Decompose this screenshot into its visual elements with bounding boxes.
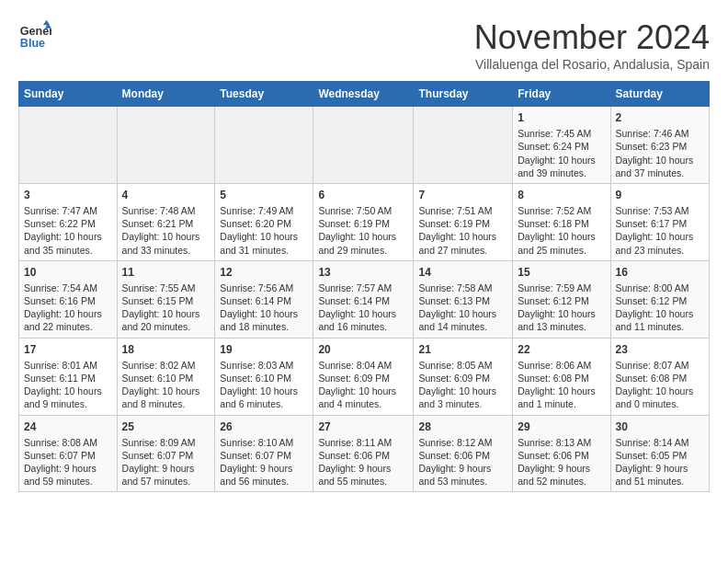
calendar-body: 1Sunrise: 7:45 AM Sunset: 6:24 PM Daylig…	[19, 107, 710, 492]
calendar-cell: 25Sunrise: 8:09 AM Sunset: 6:07 PM Dayli…	[117, 415, 215, 492]
cell-details: Sunrise: 8:03 AM Sunset: 6:10 PM Dayligh…	[220, 359, 308, 411]
day-number: 3	[24, 188, 112, 202]
calendar-week-row: 24Sunrise: 8:08 AM Sunset: 6:07 PM Dayli…	[19, 415, 710, 492]
calendar-cell: 27Sunrise: 8:11 AM Sunset: 6:06 PM Dayli…	[313, 415, 414, 492]
calendar-cell: 15Sunrise: 7:59 AM Sunset: 6:12 PM Dayli…	[513, 260, 610, 338]
cell-details: Sunrise: 8:13 AM Sunset: 6:06 PM Dayligh…	[518, 436, 605, 488]
cell-details: Sunrise: 7:49 AM Sunset: 6:20 PM Dayligh…	[220, 204, 308, 257]
location-subtitle: Villaluenga del Rosario, Andalusia, Spai…	[474, 57, 710, 72]
day-number: 23	[616, 342, 705, 357]
calendar-cell	[19, 107, 118, 184]
cell-details: Sunrise: 8:09 AM Sunset: 6:07 PM Dayligh…	[122, 436, 210, 488]
cell-details: Sunrise: 8:08 AM Sunset: 6:07 PM Dayligh…	[24, 436, 112, 488]
day-number: 10	[24, 265, 112, 280]
cell-details: Sunrise: 7:53 AM Sunset: 6:17 PM Dayligh…	[616, 204, 705, 257]
calendar-cell: 30Sunrise: 8:14 AM Sunset: 6:05 PM Dayli…	[610, 415, 710, 492]
day-number: 17	[24, 342, 112, 357]
cell-details: Sunrise: 8:00 AM Sunset: 6:12 PM Dayligh…	[616, 282, 705, 334]
calendar-cell	[117, 107, 215, 184]
day-number: 8	[518, 188, 605, 202]
day-number: 9	[616, 188, 705, 202]
calendar-cell: 19Sunrise: 8:03 AM Sunset: 6:10 PM Dayli…	[215, 338, 313, 415]
day-number: 28	[418, 419, 507, 434]
calendar-cell: 17Sunrise: 8:01 AM Sunset: 6:11 PM Dayli…	[19, 338, 118, 415]
calendar-cell: 16Sunrise: 8:00 AM Sunset: 6:12 PM Dayli…	[610, 260, 710, 338]
calendar-cell: 12Sunrise: 7:56 AM Sunset: 6:14 PM Dayli…	[215, 260, 313, 338]
cell-details: Sunrise: 8:12 AM Sunset: 6:06 PM Dayligh…	[418, 436, 507, 488]
cell-details: Sunrise: 7:47 AM Sunset: 6:22 PM Dayligh…	[24, 204, 112, 257]
calendar-cell	[313, 107, 414, 184]
calendar-cell: 6Sunrise: 7:50 AM Sunset: 6:19 PM Daylig…	[313, 183, 414, 260]
calendar-cell: 28Sunrise: 8:12 AM Sunset: 6:06 PM Dayli…	[414, 415, 513, 492]
calendar-week-row: 3Sunrise: 7:47 AM Sunset: 6:22 PM Daylig…	[19, 183, 710, 260]
calendar-cell: 29Sunrise: 8:13 AM Sunset: 6:06 PM Dayli…	[513, 415, 610, 492]
day-number: 12	[220, 265, 308, 280]
svg-text:Blue: Blue	[20, 37, 45, 50]
cell-details: Sunrise: 8:07 AM Sunset: 6:08 PM Dayligh…	[616, 359, 705, 411]
logo: General Blue	[18, 18, 51, 52]
cell-details: Sunrise: 7:56 AM Sunset: 6:14 PM Dayligh…	[220, 282, 308, 334]
day-number: 11	[122, 265, 210, 280]
weekday-header-row: SundayMondayTuesdayWednesdayThursdayFrid…	[19, 82, 710, 107]
calendar-cell: 1Sunrise: 7:45 AM Sunset: 6:24 PM Daylig…	[513, 107, 610, 184]
calendar-cell: 2Sunrise: 7:46 AM Sunset: 6:23 PM Daylig…	[610, 107, 710, 184]
day-number: 15	[518, 265, 605, 280]
page-header: General Blue November 2024 Villaluenga d…	[18, 18, 710, 72]
day-number: 25	[122, 419, 210, 434]
calendar-cell: 20Sunrise: 8:04 AM Sunset: 6:09 PM Dayli…	[313, 338, 414, 415]
day-number: 5	[220, 188, 308, 202]
weekday-header-cell: Tuesday	[215, 82, 313, 107]
day-number: 7	[418, 188, 507, 202]
cell-details: Sunrise: 7:48 AM Sunset: 6:21 PM Dayligh…	[122, 204, 210, 257]
calendar-cell: 3Sunrise: 7:47 AM Sunset: 6:22 PM Daylig…	[19, 183, 118, 260]
day-number: 14	[418, 265, 507, 280]
title-section: November 2024 Villaluenga del Rosario, A…	[474, 18, 710, 72]
day-number: 13	[318, 265, 408, 280]
day-number: 19	[220, 342, 308, 357]
cell-details: Sunrise: 8:05 AM Sunset: 6:09 PM Dayligh…	[418, 359, 507, 411]
cell-details: Sunrise: 7:55 AM Sunset: 6:15 PM Dayligh…	[122, 282, 210, 334]
day-number: 21	[418, 342, 507, 357]
day-number: 27	[318, 419, 408, 434]
calendar-cell: 24Sunrise: 8:08 AM Sunset: 6:07 PM Dayli…	[19, 415, 118, 492]
cell-details: Sunrise: 8:14 AM Sunset: 6:05 PM Dayligh…	[616, 436, 705, 488]
day-number: 2	[616, 110, 705, 125]
calendar-cell: 9Sunrise: 7:53 AM Sunset: 6:17 PM Daylig…	[610, 183, 710, 260]
cell-details: Sunrise: 8:11 AM Sunset: 6:06 PM Dayligh…	[318, 436, 408, 488]
calendar-cell: 8Sunrise: 7:52 AM Sunset: 6:18 PM Daylig…	[513, 183, 610, 260]
weekday-header-cell: Friday	[513, 82, 610, 107]
calendar-week-row: 17Sunrise: 8:01 AM Sunset: 6:11 PM Dayli…	[19, 338, 710, 415]
month-title: November 2024	[474, 18, 710, 57]
day-number: 24	[24, 419, 112, 434]
cell-details: Sunrise: 7:45 AM Sunset: 6:24 PM Dayligh…	[518, 127, 605, 179]
cell-details: Sunrise: 8:01 AM Sunset: 6:11 PM Dayligh…	[24, 359, 112, 411]
calendar-cell: 4Sunrise: 7:48 AM Sunset: 6:21 PM Daylig…	[117, 183, 215, 260]
calendar-cell: 23Sunrise: 8:07 AM Sunset: 6:08 PM Dayli…	[610, 338, 710, 415]
cell-details: Sunrise: 7:50 AM Sunset: 6:19 PM Dayligh…	[318, 204, 408, 257]
svg-marker-2	[43, 20, 50, 25]
cell-details: Sunrise: 8:02 AM Sunset: 6:10 PM Dayligh…	[122, 359, 210, 411]
cell-details: Sunrise: 7:54 AM Sunset: 6:16 PM Dayligh…	[24, 282, 112, 334]
cell-details: Sunrise: 7:59 AM Sunset: 6:12 PM Dayligh…	[518, 282, 605, 334]
weekday-header-cell: Wednesday	[313, 82, 414, 107]
calendar-cell: 5Sunrise: 7:49 AM Sunset: 6:20 PM Daylig…	[215, 183, 313, 260]
weekday-header-cell: Thursday	[414, 82, 513, 107]
calendar-cell: 26Sunrise: 8:10 AM Sunset: 6:07 PM Dayli…	[215, 415, 313, 492]
calendar-cell: 22Sunrise: 8:06 AM Sunset: 6:08 PM Dayli…	[513, 338, 610, 415]
weekday-header-cell: Saturday	[610, 82, 710, 107]
cell-details: Sunrise: 7:52 AM Sunset: 6:18 PM Dayligh…	[518, 204, 605, 257]
calendar-cell: 7Sunrise: 7:51 AM Sunset: 6:19 PM Daylig…	[414, 183, 513, 260]
day-number: 16	[616, 265, 705, 280]
day-number: 4	[122, 188, 210, 202]
cell-details: Sunrise: 8:06 AM Sunset: 6:08 PM Dayligh…	[518, 359, 605, 411]
calendar-table: SundayMondayTuesdayWednesdayThursdayFrid…	[18, 81, 710, 492]
calendar-cell: 11Sunrise: 7:55 AM Sunset: 6:15 PM Dayli…	[117, 260, 215, 338]
cell-details: Sunrise: 7:46 AM Sunset: 6:23 PM Dayligh…	[616, 127, 705, 179]
calendar-cell	[215, 107, 313, 184]
weekday-header-cell: Monday	[117, 82, 215, 107]
weekday-header-cell: Sunday	[19, 82, 118, 107]
day-number: 18	[122, 342, 210, 357]
day-number: 30	[616, 419, 705, 434]
day-number: 26	[220, 419, 308, 434]
cell-details: Sunrise: 8:10 AM Sunset: 6:07 PM Dayligh…	[220, 436, 308, 488]
